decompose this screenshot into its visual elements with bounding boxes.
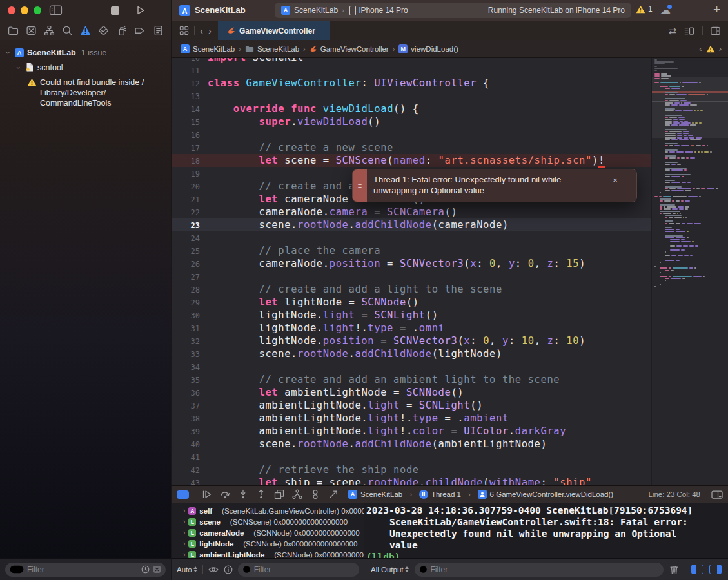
code-line-35[interactable]: 35 // create and add an ambient light to… — [172, 373, 651, 386]
code-line-26[interactable]: 26 cameraNode.position = SCNVector3(x: 0… — [172, 257, 651, 270]
line-number[interactable]: 24 — [172, 232, 208, 245]
line-number[interactable]: 30 — [172, 309, 208, 322]
variables-view[interactable]: ›Aself= (SceneKitLab.GameViewController)… — [171, 503, 364, 558]
navigator-tab-search-icon[interactable] — [61, 24, 74, 37]
code-line-17[interactable]: 17 // create a new scene — [172, 141, 651, 154]
source-editor[interactable]: 10import SceneKit1112class GameViewContr… — [171, 58, 651, 485]
back-button[interactable]: ‹ — [200, 25, 203, 36]
line-number[interactable]: 22 — [172, 206, 208, 219]
navigator-item-scntool[interactable]: › scntool — [15, 63, 63, 72]
debug-area-dock-icon[interactable] — [711, 490, 723, 499]
close-window-button[interactable] — [8, 6, 15, 14]
code-line-33[interactable]: 33 scene.rootNode.addChildNode(lightNode… — [172, 347, 651, 360]
line-number[interactable]: 29 — [172, 296, 208, 309]
open-editors-grid-icon[interactable] — [179, 26, 189, 35]
error-popup-close-icon[interactable]: × — [605, 169, 625, 202]
console-filter-input[interactable]: Filter — [415, 563, 664, 577]
toolbar-warning-area[interactable]: 1 — [636, 5, 653, 14]
window-controls[interactable] — [8, 6, 41, 14]
navigator-item-project[interactable]: › A SceneKitLab 1 issue — [5, 48, 106, 57]
jumpbar-file[interactable]: GameViewController — [310, 45, 389, 53]
line-number[interactable]: 41 — [172, 451, 208, 464]
code-line-42[interactable]: 42 // retrieve the ship node — [172, 463, 651, 476]
code-line-36[interactable]: 36 let ambientLightNode = SCNNode() — [172, 386, 651, 399]
quicklook-eye-icon[interactable] — [208, 566, 219, 574]
navigator-tab-reports-icon[interactable] — [152, 24, 164, 37]
editor-minimap[interactable] — [651, 58, 728, 485]
navigator-issue-row[interactable]: Could not find bundle inside / Library/D… — [27, 77, 166, 108]
code-line-34[interactable]: 34 — [172, 360, 651, 373]
toggle-variables-view-icon[interactable] — [691, 565, 703, 574]
line-number[interactable]: 12 — [172, 77, 208, 90]
navigator-tab-project-icon[interactable] — [6, 24, 19, 37]
step-into-icon[interactable] — [237, 489, 248, 500]
disclosure-chevron-icon[interactable]: › — [183, 507, 185, 514]
line-number[interactable]: 19 — [172, 168, 208, 180]
swap-editors-icon[interactable]: ⇄ — [668, 25, 676, 37]
code-line-38[interactable]: 38 ambientLightNode.light!.type = .ambie… — [172, 412, 651, 425]
tab-gameviewcontroller[interactable]: GameViewController — [218, 21, 330, 40]
code-line-11[interactable]: 11 — [172, 64, 651, 77]
code-line-40[interactable]: 40 scene.rootNode.addChildNode(ambientLi… — [172, 438, 651, 450]
scheme-and-activity-bar[interactable]: A SceneKitLab › iPhone 14 Pro Running Sc… — [275, 3, 631, 18]
code-line-18[interactable]: 18 let scene = SCNScene(named: "art.scna… — [172, 154, 651, 167]
code-line-37[interactable]: 37 ambientLightNode.light = SCNLight() — [172, 399, 651, 412]
info-icon[interactable] — [224, 565, 233, 574]
simulate-location-icon[interactable] — [328, 489, 339, 500]
variable-row-lightNode[interactable]: ›LlightNode= (SCNNode) 0x000000000000000… — [172, 538, 364, 549]
disclosure-chevron-icon[interactable]: › — [183, 529, 185, 536]
line-number[interactable]: 15 — [172, 116, 208, 129]
line-number[interactable]: 18 — [172, 155, 208, 168]
recent-filter-clock-icon[interactable] — [141, 565, 150, 574]
console-output[interactable]: 2023-03-28 14:18:36.307759-0400 SceneKit… — [364, 503, 728, 558]
code-line-39[interactable]: 39 ambientLightNode.light!.color = UICol… — [172, 425, 651, 438]
adjust-editor-icon[interactable] — [684, 26, 694, 35]
line-number[interactable]: 33 — [172, 348, 208, 361]
jumpbar-symbol[interactable]: M viewDidLoad() — [398, 44, 458, 53]
code-line-43[interactable]: 43 let ship = scene.rootNode.childNode(w… — [172, 476, 651, 485]
line-number[interactable]: 25 — [172, 245, 208, 258]
variable-row-self[interactable]: ›Aself= (SceneKitLab.GameViewController)… — [172, 505, 364, 516]
previous-issue-button[interactable]: ‹ — [699, 44, 702, 53]
navigator-tab-breakpoints-icon[interactable] — [133, 24, 146, 37]
add-editor-icon[interactable] — [711, 26, 720, 35]
navigator-tab-source-control-icon[interactable] — [25, 24, 37, 37]
run-button[interactable] — [135, 5, 146, 15]
line-number[interactable]: 27 — [172, 271, 208, 284]
code-line-23[interactable]: 23 scene.rootNode.addChildNode(cameraNod… — [172, 218, 651, 231]
line-number[interactable]: 28 — [172, 284, 208, 296]
add-button[interactable]: + — [713, 3, 720, 17]
environment-overrides-icon[interactable] — [310, 489, 320, 500]
code-line-10[interactable]: 10import SceneKit — [172, 58, 651, 64]
line-number[interactable]: 26 — [172, 258, 208, 271]
line-number[interactable]: 13 — [172, 90, 208, 103]
code-line-32[interactable]: 32 lightNode.position = SCNVector3(x: 0,… — [172, 334, 651, 347]
view-hierarchy-icon[interactable] — [273, 489, 284, 500]
next-issue-button[interactable]: › — [719, 44, 722, 53]
memory-graph-icon[interactable] — [291, 489, 302, 500]
step-over-icon[interactable] — [219, 489, 230, 500]
code-line-25[interactable]: 25 // place the camera — [172, 244, 651, 257]
console-scope-select[interactable]: All Output — [371, 566, 409, 574]
runtime-error-popup[interactable]: ≡ Thread 1: Fatal error: Unexpectedly fo… — [352, 169, 637, 202]
continue-icon[interactable] — [201, 489, 212, 500]
line-number[interactable]: 21 — [172, 193, 208, 206]
line-number[interactable]: 34 — [172, 361, 208, 374]
code-line-13[interactable]: 13 — [172, 90, 651, 102]
step-out-icon[interactable] — [255, 489, 266, 500]
code-line-12[interactable]: 12class GameViewController: UIViewContro… — [172, 77, 651, 90]
variable-row-cameraNode[interactable]: ›LcameraNode= (SCNNode) 0x00000000000000 — [172, 527, 364, 538]
forward-button[interactable]: › — [208, 25, 212, 36]
jumpbar-project[interactable]: A SceneKitLab — [181, 44, 235, 53]
code-line-16[interactable]: 16 — [172, 128, 651, 141]
line-number[interactable]: 40 — [172, 438, 208, 451]
clear-filter-icon[interactable] — [153, 565, 161, 574]
line-number[interactable]: 37 — [172, 400, 208, 412]
navigator-filter-input[interactable]: Filter — [5, 563, 166, 577]
line-number[interactable]: 17 — [172, 142, 208, 155]
debug-breadcrumb[interactable]: A SceneKitLab › Thread 1 › 6 GameViewCon… — [348, 490, 613, 499]
breakpoints-toggle-button[interactable] — [177, 490, 189, 499]
disclosure-chevron-icon[interactable]: › — [5, 50, 12, 56]
code-line-30[interactable]: 30 lightNode.light = SCNLight() — [172, 309, 651, 322]
filter-menu-icon[interactable] — [10, 565, 24, 574]
